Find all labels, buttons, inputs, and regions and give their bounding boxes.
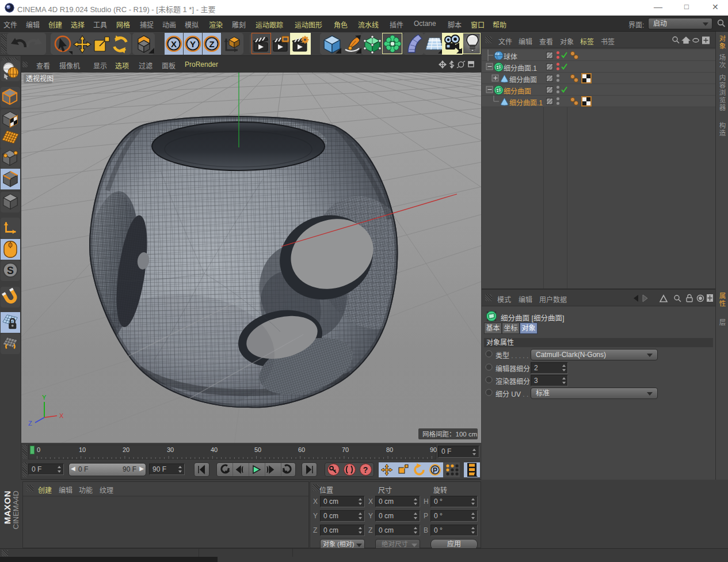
svg-text:S: S (7, 265, 14, 276)
svg-text:X: X (171, 39, 177, 49)
svg-text:Y: Y (190, 39, 196, 49)
svg-text:P: P (433, 466, 437, 474)
svg-text:X: X (59, 412, 64, 419)
svg-text:透视视图: 透视视图 (26, 74, 54, 83)
svg-text:网格间距：100 cm: 网格间距：100 cm (422, 430, 477, 438)
svg-text:Z: Z (209, 39, 214, 49)
svg-text:?: ? (363, 465, 368, 474)
svg-text:Y: Y (42, 394, 47, 401)
svg-text:Z: Z (28, 420, 32, 427)
